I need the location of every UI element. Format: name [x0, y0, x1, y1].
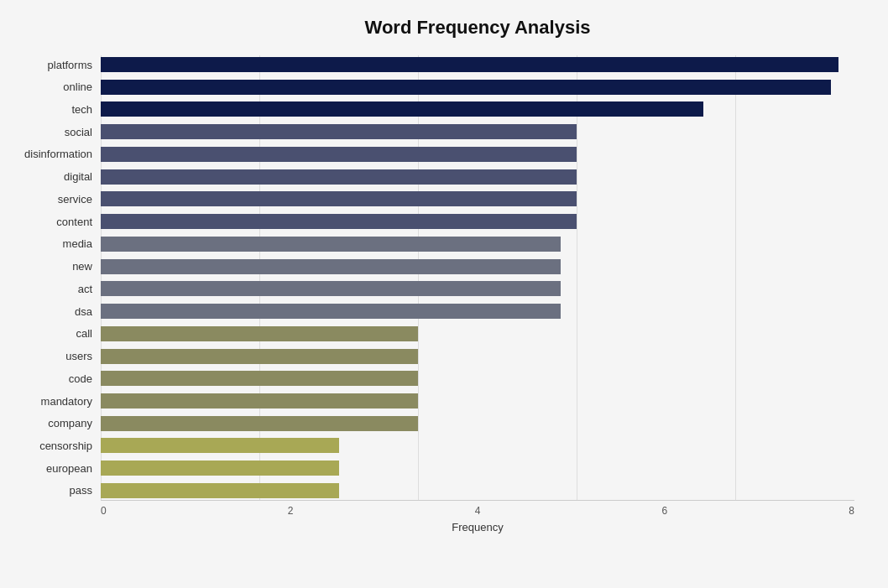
x-axis-label: Frequency: [101, 521, 854, 533]
bar-row: european: [101, 459, 854, 477]
bar-label: service: [17, 193, 101, 206]
bar-fill: [101, 326, 418, 341]
bar-fill: [101, 147, 577, 162]
bar-row: call: [101, 325, 854, 343]
bar-row: users: [101, 347, 854, 366]
bar-track: [101, 326, 854, 341]
bar-row: new: [101, 258, 854, 276]
bars-wrapper: platformsonlinetechsocialdisinformationd…: [101, 55, 854, 500]
bar-row: code: [101, 369, 854, 388]
bar-track: [101, 349, 854, 364]
bar-fill: [101, 124, 577, 139]
bar-row: service: [101, 190, 854, 208]
x-ticks: 02468: [101, 501, 854, 517]
bar-fill: [101, 393, 418, 408]
bar-row: company: [101, 414, 854, 433]
x-tick: 4: [475, 505, 481, 517]
bar-label: code: [17, 372, 101, 385]
bar-track: [101, 237, 854, 252]
bar-fill: [101, 57, 838, 72]
bar-row: disinformation: [101, 145, 854, 164]
bar-fill: [101, 416, 418, 431]
bar-label: pass: [17, 484, 101, 497]
bar-row: dsa: [101, 302, 854, 320]
bar-row: media: [101, 235, 854, 253]
bar-fill: [101, 169, 577, 185]
bar-label: act: [17, 283, 101, 295]
bar-fill: [101, 304, 561, 319]
bar-track: [101, 147, 854, 162]
bar-label: company: [17, 417, 101, 429]
bar-label: users: [17, 350, 101, 362]
bar-label: european: [17, 462, 101, 475]
x-tick: 8: [849, 505, 854, 517]
bar-row: platforms: [101, 55, 854, 74]
bar-label: new: [17, 260, 101, 273]
bar-fill: [101, 461, 339, 476]
bar-track: [101, 101, 854, 117]
bar-track: [101, 169, 854, 185]
bar-row: digital: [101, 168, 854, 186]
chart-title: Word Frequency Analysis: [101, 17, 854, 39]
bar-label: platforms: [17, 59, 101, 71]
bar-track: [101, 80, 854, 95]
x-tick: 6: [661, 505, 667, 517]
bar-fill: [101, 80, 831, 95]
bar-label: content: [17, 216, 101, 228]
bar-label: censorship: [17, 440, 101, 452]
bar-label: mandatory: [17, 395, 101, 408]
bar-fill: [101, 438, 339, 453]
bar-fill: [101, 371, 418, 386]
bar-label: call: [17, 327, 101, 340]
chart-container: Word Frequency Analysis platformsonlinet…: [0, 0, 888, 588]
bar-fill: [101, 214, 577, 229]
bar-track: [101, 483, 854, 498]
bar-fill: [101, 259, 561, 274]
bar-track: [101, 438, 854, 453]
bar-fill: [101, 483, 339, 498]
bar-row: mandatory: [101, 392, 854, 410]
bar-track: [101, 416, 854, 431]
x-tick: 2: [288, 505, 294, 517]
bar-row: censorship: [101, 436, 854, 455]
bar-label: tech: [17, 103, 101, 116]
bar-label: social: [17, 126, 101, 138]
bar-row: content: [101, 212, 854, 231]
bar-label: online: [17, 81, 101, 93]
bar-track: [101, 393, 854, 408]
bar-fill: [101, 349, 418, 364]
bar-track: [101, 259, 854, 274]
bar-row: tech: [101, 100, 854, 118]
bar-label: media: [17, 237, 101, 250]
x-axis: 02468 Frequency: [101, 500, 854, 542]
chart-area: platformsonlinetechsocialdisinformationd…: [101, 55, 854, 542]
bar-track: [101, 214, 854, 229]
bar-row: act: [101, 279, 854, 298]
bar-row: pass: [101, 481, 854, 500]
bar-row: social: [101, 122, 854, 141]
bar-label: dsa: [17, 305, 101, 318]
bar-fill: [101, 237, 561, 252]
bar-label: disinformation: [17, 148, 101, 160]
bar-track: [101, 124, 854, 139]
bar-track: [101, 191, 854, 206]
bar-fill: [101, 281, 561, 296]
x-tick: 0: [101, 505, 107, 517]
bar-track: [101, 281, 854, 296]
bar-fill: [101, 101, 703, 117]
bar-label: digital: [17, 170, 101, 183]
bar-track: [101, 57, 854, 72]
bar-row: online: [101, 78, 854, 96]
bar-track: [101, 371, 854, 386]
bar-track: [101, 461, 854, 476]
bar-fill: [101, 191, 577, 206]
bar-track: [101, 304, 854, 319]
